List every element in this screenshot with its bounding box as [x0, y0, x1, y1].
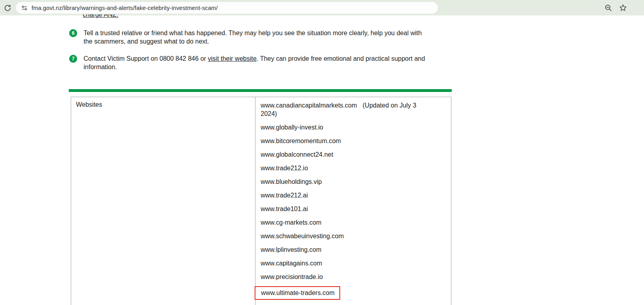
step-text-before: Contact Victim Support on 0800 842 846 o… — [84, 55, 208, 62]
website-url: www.trade101.ai — [261, 205, 308, 212]
partial-scrolled-link: charge ANZ. — [83, 14, 118, 19]
step-item-6: 6 Tell a trusted relative or friend what… — [69, 29, 433, 46]
step-number-badge: 7 — [69, 55, 77, 63]
website-url: www.trade212.io — [261, 165, 308, 171]
website-url-wrap: www.ultimate-traders.com — [255, 286, 340, 300]
website-url-wrap: www.schwabeuinvesting.com — [261, 233, 344, 239]
website-row: www.capitagains.com — [261, 259, 421, 267]
website-url-wrap: www.trade101.ai — [261, 205, 308, 212]
website-url: www.lplinvesting.com — [261, 246, 321, 253]
zoom-magnifier-icon[interactable] — [604, 4, 612, 12]
step-text: Contact Victim Support on 0800 842 846 o… — [84, 54, 429, 71]
website-url: www.bitcoremomentum.com — [261, 138, 341, 144]
websites-header-cell: Websites — [71, 97, 255, 305]
website-url: www.canadiancapitalmarkets.com — [261, 102, 357, 109]
website-url-wrap: www.trade212.ai — [261, 192, 308, 199]
partial-link[interactable]: charge ANZ. — [83, 14, 118, 18]
website-url-wrap: www.globally-invest.io — [261, 124, 323, 131]
website-url-wrap: www.blueholdings.vip — [261, 178, 322, 185]
browser-toolbar: fma.govt.nz/library/warnings-and-alerts/… — [0, 0, 644, 16]
step-text: Tell a trusted relative or friend what h… — [84, 29, 429, 46]
website-row: www.canadiancapitalmarkets.com(Updated o… — [261, 101, 421, 118]
website-url-wrap: www.globalconnect24.net — [261, 151, 333, 158]
website-url: www.capitagains.com — [261, 260, 322, 267]
site-info-icon[interactable] — [21, 5, 28, 11]
website-row: www.trade212.ai — [261, 191, 421, 199]
website-row-highlighted: www.ultimate-traders.com — [261, 286, 421, 300]
website-url-wrap: www.canadiancapitalmarkets.com(Updated o… — [261, 102, 416, 117]
website-url-wrap: www.lplinvesting.com — [261, 246, 321, 253]
website-row: www.blueholdings.vip — [261, 177, 421, 186]
website-row: www.globalconnect24.net — [261, 150, 421, 159]
website-url-wrap: www.precisiontrade.io — [261, 273, 323, 280]
website-url: www.globally-invest.io — [261, 124, 323, 131]
website-url: www.ultimate-traders.com — [261, 289, 335, 296]
website-url: www.precisiontrade.io — [261, 273, 323, 280]
website-url: www.globalconnect24.net — [261, 151, 333, 158]
website-url: www.schwabeuinvesting.com — [261, 233, 344, 239]
website-row: www.bitcoremomentum.com — [261, 137, 421, 145]
website-url-wrap: www.bitcoremomentum.com — [261, 138, 341, 144]
website-url-wrap: www.cg-markets.com — [261, 219, 321, 226]
website-url: www.blueholdings.vip — [261, 178, 322, 185]
websites-label: Websites — [76, 101, 102, 108]
browser-window: fma.govt.nz/library/warnings-and-alerts/… — [0, 0, 644, 305]
website-row: www.schwabeuinvesting.com — [261, 232, 421, 240]
websites-table: Websites www.canadiancapitalmarkets.com(… — [71, 97, 451, 305]
visit-their-website-link[interactable]: visit their website — [208, 55, 257, 62]
website-row: www.lplinvesting.com — [261, 245, 421, 254]
website-row: www.globally-invest.io — [261, 123, 421, 132]
website-url: www.cg-markets.com — [261, 219, 321, 226]
website-row: www.trade212.io — [261, 164, 421, 172]
website-row: www.precisiontrade.io — [261, 273, 421, 281]
website-url-wrap: www.capitagains.com — [261, 260, 322, 267]
step-number-badge: 6 — [69, 29, 77, 37]
step-text-before: Tell a trusted relative or friend what h… — [84, 30, 422, 45]
website-list: www.canadiancapitalmarkets.com(Updated o… — [255, 97, 451, 305]
website-url-wrap: www.trade212.io — [261, 165, 308, 171]
website-row: www.cg-markets.com — [261, 218, 421, 227]
website-row: www.trade101.ai — [261, 205, 421, 213]
bookmark-star-icon[interactable] — [619, 4, 627, 12]
website-url: www.trade212.ai — [261, 192, 308, 199]
step-item-7: 7 Contact Victim Support on 0800 842 846… — [69, 54, 433, 71]
reload-icon[interactable] — [3, 4, 12, 12]
address-bar[interactable]: fma.govt.nz/library/warnings-and-alerts/… — [16, 2, 438, 14]
url-text: fma.govt.nz/library/warnings-and-alerts/… — [32, 5, 218, 11]
green-divider — [69, 89, 452, 92]
